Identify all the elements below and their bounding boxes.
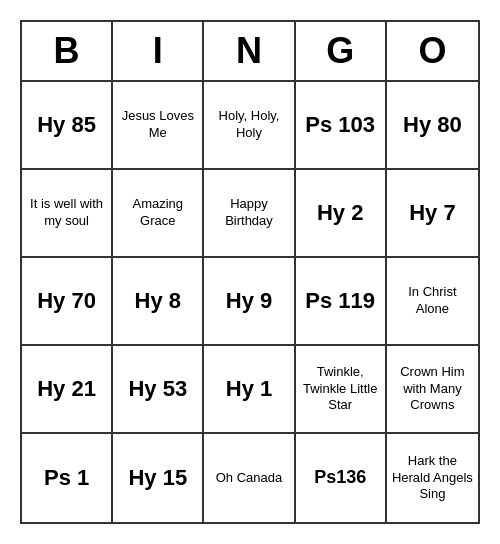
cell-text: Hy 9 xyxy=(226,287,272,316)
cell-text: Jesus Loves Me xyxy=(117,108,198,142)
bingo-cell: Ps 119 xyxy=(296,258,387,346)
header-letter: G xyxy=(296,22,387,80)
cell-text: Ps136 xyxy=(314,466,366,489)
bingo-cell: Ps 1 xyxy=(22,434,113,522)
bingo-cell: Twinkle, Twinkle Little Star xyxy=(296,346,387,434)
bingo-cell: Oh Canada xyxy=(204,434,295,522)
cell-text: Holy, Holy, Holy xyxy=(208,108,289,142)
bingo-cell: In Christ Alone xyxy=(387,258,478,346)
bingo-cell: Hy 80 xyxy=(387,82,478,170)
bingo-cell: Hy 1 xyxy=(204,346,295,434)
cell-text: Ps 119 xyxy=(305,287,375,316)
cell-text: Happy Birthday xyxy=(208,196,289,230)
cell-text: Hy 85 xyxy=(37,111,96,140)
bingo-cell: Hy 9 xyxy=(204,258,295,346)
cell-text: Hy 80 xyxy=(403,111,462,140)
cell-text: Oh Canada xyxy=(216,470,283,487)
cell-text: Hy 7 xyxy=(409,199,455,228)
bingo-cell: It is well with my soul xyxy=(22,170,113,258)
cell-text: Twinkle, Twinkle Little Star xyxy=(300,364,381,415)
bingo-cell: Hy 8 xyxy=(113,258,204,346)
bingo-cell: Hark the Herald Angels Sing xyxy=(387,434,478,522)
bingo-cell: Jesus Loves Me xyxy=(113,82,204,170)
bingo-cell: Hy 7 xyxy=(387,170,478,258)
header-letter: N xyxy=(204,22,295,80)
cell-text: It is well with my soul xyxy=(26,196,107,230)
header-letter: B xyxy=(22,22,113,80)
header-letter: I xyxy=(113,22,204,80)
cell-text: Ps 1 xyxy=(44,464,89,493)
cell-text: Hy 53 xyxy=(128,375,187,404)
cell-text: In Christ Alone xyxy=(391,284,474,318)
bingo-cell: Hy 21 xyxy=(22,346,113,434)
cell-text: Hy 70 xyxy=(37,287,96,316)
cell-text: Amazing Grace xyxy=(117,196,198,230)
cell-text: Hy 1 xyxy=(226,375,272,404)
cell-text: Hark the Herald Angels Sing xyxy=(391,453,474,504)
bingo-cell: Happy Birthday xyxy=(204,170,295,258)
bingo-cell: Hy 15 xyxy=(113,434,204,522)
cell-text: Crown Him with Many Crowns xyxy=(391,364,474,415)
cell-text: Hy 21 xyxy=(37,375,96,404)
cell-text: Hy 2 xyxy=(317,199,363,228)
bingo-cell: Hy 53 xyxy=(113,346,204,434)
bingo-card: BINGO Hy 85Jesus Loves MeHoly, Holy, Hol… xyxy=(20,20,480,524)
bingo-grid: Hy 85Jesus Loves MeHoly, Holy, HolyPs 10… xyxy=(22,82,478,522)
bingo-cell: Hy 70 xyxy=(22,258,113,346)
bingo-header: BINGO xyxy=(22,22,478,82)
header-letter: O xyxy=(387,22,478,80)
bingo-cell: Crown Him with Many Crowns xyxy=(387,346,478,434)
bingo-cell: Hy 2 xyxy=(296,170,387,258)
cell-text: Hy 15 xyxy=(128,464,187,493)
cell-text: Ps 103 xyxy=(305,111,375,140)
cell-text: Hy 8 xyxy=(135,287,181,316)
bingo-cell: Hy 85 xyxy=(22,82,113,170)
bingo-cell: Holy, Holy, Holy xyxy=(204,82,295,170)
bingo-cell: Ps 103 xyxy=(296,82,387,170)
bingo-cell: Amazing Grace xyxy=(113,170,204,258)
bingo-cell: Ps136 xyxy=(296,434,387,522)
